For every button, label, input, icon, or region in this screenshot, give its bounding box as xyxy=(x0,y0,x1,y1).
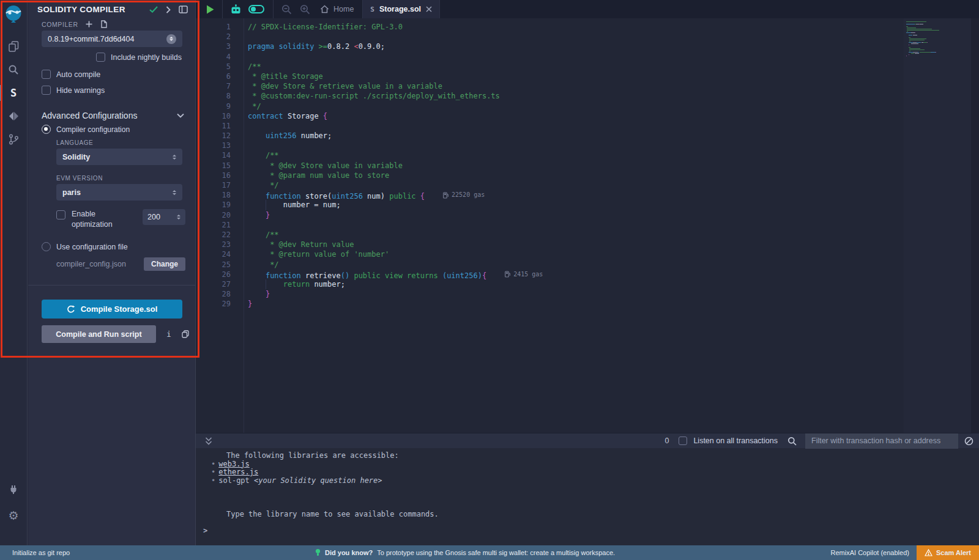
split-panel-icon[interactable] xyxy=(179,6,188,13)
code-line[interactable]: 20 } xyxy=(196,210,979,220)
plugin-manager-icon[interactable] xyxy=(0,478,28,501)
auto-compile-row: Auto compile xyxy=(42,70,100,79)
tab-home[interactable]: Home xyxy=(320,5,354,13)
terminal-prompt[interactable]: > xyxy=(196,527,979,536)
solidity-compiler-icon[interactable]: S xyxy=(0,81,28,105)
evm-select-arrows-icon xyxy=(173,190,176,195)
panel-divider xyxy=(28,285,195,286)
compiler-configuration-radio[interactable] xyxy=(42,125,51,134)
code-editor[interactable]: 1// SPDX-License-Identifier: GPL-3.023pr… xyxy=(196,18,979,433)
open-compiler-file-icon[interactable] xyxy=(100,20,108,28)
compile-and-run-button[interactable]: Compile and Run script xyxy=(42,325,156,343)
code-line[interactable]: 28 } xyxy=(196,289,979,299)
code-line[interactable]: 11 xyxy=(196,121,979,131)
copilot-toggle[interactable] xyxy=(248,5,264,13)
line-content xyxy=(239,32,248,42)
code-line[interactable]: 24 * @return value of 'number' xyxy=(196,249,979,259)
compiler-configuration-row: Compiler configuration xyxy=(42,125,130,134)
language-select[interactable]: Solidity xyxy=(56,149,182,165)
run-script-play-button[interactable] xyxy=(206,5,214,14)
advanced-configurations-header[interactable]: Advanced Configurations xyxy=(42,111,184,120)
listen-transactions-checkbox[interactable] xyxy=(679,437,687,445)
zoom-in-button[interactable] xyxy=(300,4,310,15)
auto-compile-checkbox[interactable] xyxy=(42,70,51,79)
line-content: function store(uint256 num) public {2252… xyxy=(239,190,485,200)
minimap-line xyxy=(906,45,971,45)
code-line[interactable]: 7 * @dev Store & retrieve value in a var… xyxy=(196,81,979,91)
search-icon[interactable] xyxy=(0,58,28,81)
add-compiler-plus-icon[interactable] xyxy=(86,21,92,28)
enable-optimization-checkbox[interactable] xyxy=(56,210,65,219)
change-config-button[interactable]: Change xyxy=(144,257,185,271)
deploy-and-run-icon[interactable] xyxy=(0,105,28,128)
code-line[interactable]: 15 * @dev Store value in variable xyxy=(196,161,979,171)
tip-title: Did you know? xyxy=(325,549,373,556)
code-line[interactable]: 3pragma solidity >=0.8.2 <0.9.0; xyxy=(196,42,979,51)
tab-storage-sol[interactable]: S Storage.sol xyxy=(363,0,439,18)
code-line[interactable]: 18 function store(uint256 num) public {2… xyxy=(196,190,979,200)
scam-alert-badge[interactable]: Scam Alert xyxy=(917,545,979,560)
use-configuration-file-radio[interactable] xyxy=(42,242,51,251)
evm-version-select[interactable]: paris xyxy=(56,184,182,201)
code-line[interactable]: 26 function retrieve() public view retur… xyxy=(196,270,979,279)
copilot-status[interactable]: RemixAI Copilot (enabled) xyxy=(831,549,909,556)
zoom-out-button[interactable] xyxy=(281,4,292,15)
minimap[interactable] xyxy=(904,18,971,433)
code-line[interactable]: 25 */ xyxy=(196,260,979,270)
transaction-filter-input[interactable] xyxy=(805,433,958,449)
settings-gear-icon[interactable]: ⚙ xyxy=(0,504,28,527)
code-line[interactable]: 16 * @param num value to store xyxy=(196,171,979,180)
code-line[interactable]: 14 /** xyxy=(196,150,979,160)
library-link[interactable]: ethers.js xyxy=(218,468,258,476)
compile-button[interactable]: Compile Storage.sol xyxy=(42,300,182,319)
line-number: 22 xyxy=(196,230,239,240)
file-explorer-icon[interactable] xyxy=(0,35,28,58)
chevron-right-icon[interactable] xyxy=(166,6,171,13)
init-git-repo-button[interactable]: Initialize as git repo xyxy=(0,549,70,556)
close-tab-icon[interactable] xyxy=(426,6,432,12)
lightbulb-icon xyxy=(315,548,321,557)
code-line[interactable]: 5/** xyxy=(196,62,979,72)
code-line[interactable]: 8 * @custom:dev-run-script ./scripts/dep… xyxy=(196,91,979,101)
code-line[interactable]: 10contract Storage { xyxy=(196,111,979,121)
clear-terminal-icon[interactable] xyxy=(964,437,973,446)
code-line[interactable]: 29} xyxy=(196,299,979,309)
language-select-arrows-icon xyxy=(173,155,176,160)
compiler-version-select[interactable]: 0.8.19+commit.7dd6d404 xyxy=(42,31,182,47)
collapse-terminal-icon[interactable] xyxy=(204,437,213,446)
code-line[interactable]: 17 */ xyxy=(196,180,979,190)
code-line[interactable]: 1// SPDX-License-Identifier: GPL-3.0 xyxy=(196,22,979,32)
code-line[interactable]: 22 /** xyxy=(196,230,979,240)
git-icon[interactable] xyxy=(0,128,28,151)
minimap-line xyxy=(906,37,971,38)
hide-warnings-checkbox[interactable] xyxy=(42,86,51,95)
code-line[interactable]: 21 xyxy=(196,220,979,230)
code-line[interactable]: 6 * @title Storage xyxy=(196,72,979,81)
code-line[interactable]: 27 return number; xyxy=(196,279,979,289)
code-line[interactable]: 19 number = num; xyxy=(196,200,979,210)
terminal-line xyxy=(196,502,979,510)
line-number: 12 xyxy=(196,131,239,141)
info-icon[interactable]: i xyxy=(166,330,171,339)
line-number: 13 xyxy=(196,141,239,150)
code-line[interactable]: 23 * @dev Return value xyxy=(196,240,979,249)
code-line[interactable]: 12 uint256 number; xyxy=(196,131,979,141)
ai-robot-icon[interactable] xyxy=(230,4,242,15)
include-nightly-checkbox[interactable] xyxy=(96,53,105,62)
library-link[interactable]: web3.js xyxy=(218,460,250,468)
language-label: LANGUAGE xyxy=(56,139,93,146)
minimap-line xyxy=(906,31,971,32)
editor-scrollbar-strip[interactable] xyxy=(971,18,979,433)
line-content: uint256 number; xyxy=(239,131,332,141)
remix-logo-icon[interactable] xyxy=(4,4,23,24)
evm-version-label: EVM VERSION xyxy=(56,175,103,182)
copy-icon[interactable] xyxy=(182,330,189,338)
code-line[interactable]: 13 xyxy=(196,141,979,150)
optimization-runs-input[interactable]: 200 xyxy=(143,209,185,225)
code-line[interactable]: 4 xyxy=(196,52,979,62)
terminal-output[interactable]: The following libraries are accessible:•… xyxy=(196,448,979,545)
code-line[interactable]: 9 */ xyxy=(196,101,979,111)
code-line[interactable]: 2 xyxy=(196,32,979,42)
terminal-search-icon[interactable] xyxy=(787,437,797,446)
hide-warnings-row: Hide warnings xyxy=(42,86,105,95)
